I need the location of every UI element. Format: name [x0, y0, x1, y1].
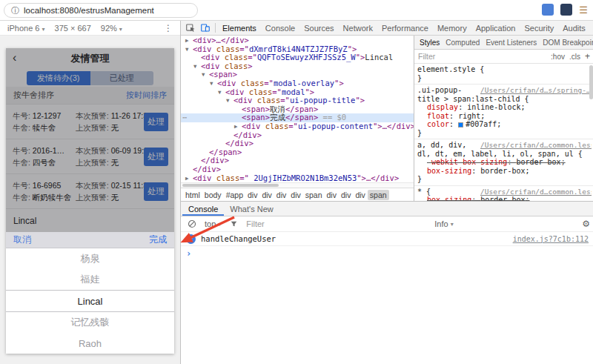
console-panel: ConsoleWhat's New top ▾ Info ▾ ⚙ 2 handl… [181, 201, 593, 364]
breadcrumb-item[interactable]: html [183, 190, 202, 200]
stylesheet-link[interactable]: /Users/crifan/d…s/spring-…:191 [480, 86, 592, 95]
zoom-select[interactable]: 92% ▾ [101, 24, 122, 33]
css-property[interactable]: float: right; [417, 112, 592, 121]
vertical-scrollbar[interactable] [589, 65, 593, 99]
browser-actions: ☰ [542, 4, 588, 16]
console-settings-icon[interactable]: ⚙ [582, 219, 590, 229]
breadcrumb: htmlbody#appdivdivdivdivspandivdivdivspa… [181, 188, 414, 201]
breadcrumb-item[interactable]: div [339, 190, 353, 200]
clear-console-icon[interactable] [185, 217, 199, 231]
css-property[interactable]: -webkit-box-sizing: border-box; [417, 158, 592, 167]
picker-option[interactable]: 杨泉 [6, 248, 174, 269]
picker-modal: 取消 完成 杨泉福娃Lincal记忆残骸Raoh [6, 232, 174, 354]
picker-done-button[interactable]: 完成 [149, 234, 167, 246]
element-style-selector[interactable]: element.style [417, 65, 475, 73]
tree-node[interactable]: ▶<div class="_2UgjIHZbMRO2N1Bm32eN53">…<… [181, 174, 414, 183]
twisty-icon[interactable]: ▼ [210, 79, 217, 88]
inspect-icon[interactable] [183, 21, 198, 35]
styles-tab-computed[interactable]: Computed [443, 39, 483, 47]
twisty-icon[interactable]: ▶ [185, 174, 193, 183]
stylesheet-link[interactable]: /Users/crifan/d…common.less:90 [480, 141, 592, 150]
log-message: handleChangeUser [201, 234, 513, 243]
device-toggle-icon[interactable] [198, 21, 213, 35]
styles-tabs: StylesComputedEvent ListenersDOM Breakpo… [414, 36, 593, 50]
style-rule: /Users/crifan/d…common.less:15* {box-siz… [414, 186, 593, 202]
stylesheet-link[interactable]: /Users/crifan/d…common.less:15 [480, 188, 592, 196]
modal-overlay[interactable] [6, 48, 174, 232]
twisty-icon[interactable]: ▼ [202, 70, 209, 79]
horizontal-scrollbar[interactable] [181, 182, 414, 188]
breadcrumb-item[interactable]: span [303, 190, 325, 200]
extension-blue-icon[interactable] [542, 4, 554, 16]
console-tab-what-s-new[interactable]: What's New [224, 202, 279, 216]
picker-option[interactable]: 记忆残骸 [6, 312, 174, 333]
twisty-icon[interactable]: ▼ [185, 45, 193, 54]
source-link[interactable]: index.js?7c1b:112 [513, 235, 589, 243]
breadcrumb-item[interactable]: div [274, 190, 288, 200]
browser-menu-icon[interactable]: ☰ [579, 5, 588, 15]
page-info-icon[interactable]: ⓘ [11, 7, 19, 15]
tab-security[interactable]: Security [520, 21, 558, 35]
breadcrumb-item[interactable]: div [245, 190, 259, 200]
tree-node[interactable]: ▶<div class="ui-popup-content">…</div> [181, 122, 414, 131]
execution-context-select[interactable]: top ▾ [205, 219, 221, 228]
breadcrumb-item[interactable]: #app [224, 190, 245, 200]
twisty-icon[interactable]: ▼ [218, 88, 225, 97]
elements-panel: ▶<div>…</div>▼<div class="dXmrdT8ki4N4TZ… [181, 36, 414, 201]
css-property[interactable]: display: inline-block; [417, 103, 592, 112]
tab-elements[interactable]: Elements [218, 21, 261, 35]
extension-dark-icon[interactable] [560, 4, 572, 16]
log-level-select[interactable]: Info ▾ [434, 219, 453, 228]
styles-filter-bar: :hov .cls + [414, 50, 593, 64]
breadcrumb-item[interactable]: div [288, 190, 302, 200]
divider [215, 23, 216, 33]
picker-option[interactable]: Raoh [6, 333, 174, 354]
address-bar[interactable]: ⓘ localhost:8080/estrusManagement [4, 3, 198, 18]
twisty-icon[interactable]: ▶ [185, 36, 193, 45]
tab-application[interactable]: Application [471, 21, 520, 35]
chevron-down-icon: ▾ [218, 221, 221, 228]
breadcrumb-item[interactable]: div [353, 190, 367, 200]
styles-tab-styles[interactable]: Styles [417, 39, 443, 47]
elements-tree: ▶<div>…</div>▼<div class="dXmrdT8ki4N4TZ… [181, 36, 414, 182]
breadcrumb-item[interactable]: div [259, 190, 274, 200]
twisty-icon[interactable]: ▼ [226, 96, 233, 105]
tab-audits[interactable]: Audits [558, 21, 590, 35]
scrollbar-thumb[interactable] [182, 184, 279, 187]
hov-toggle[interactable]: :hov [551, 53, 565, 61]
tree-node[interactable]: </div> [181, 131, 414, 140]
styles-filter-input[interactable] [418, 52, 551, 61]
tab-network[interactable]: Network [339, 21, 377, 35]
color-swatch[interactable] [458, 122, 463, 128]
cls-toggle[interactable]: .cls [569, 53, 580, 61]
picker-cancel-button[interactable]: 取消 [13, 234, 31, 246]
tab-performance[interactable]: Performance [377, 21, 433, 35]
styles-tab-event-listeners[interactable]: Event Listeners [483, 39, 540, 47]
node-menu-icon[interactable]: ⋯ [182, 113, 186, 122]
console-prompt[interactable]: › [181, 246, 593, 261]
device-toolbar: iPhone 6 ▾ 375 × 667 92% ▾ ⋮ [0, 21, 180, 36]
console-filter-input[interactable] [246, 219, 383, 228]
device-select[interactable]: iPhone 6 ▾ [7, 24, 45, 33]
style-rule: /Users/crifan/d…common.less:90a, dd, div… [414, 139, 593, 186]
twisty-icon[interactable]: ▼ [193, 62, 201, 71]
tab-sources[interactable]: Sources [299, 21, 338, 35]
picker-option[interactable]: Lincal [6, 290, 174, 312]
tab-memory[interactable]: Memory [433, 21, 471, 35]
device-toolbar-menu-icon[interactable]: ⋮ [164, 23, 173, 33]
style-rules: /Users/crifan/d…s/spring-…:191.ui-popup-… [414, 85, 593, 201]
css-property[interactable]: box-sizing: border-box; [417, 167, 592, 176]
styles-tab-dom-breakpoints[interactable]: DOM Breakpoints [540, 39, 593, 47]
css-property[interactable]: color: #007aff; [417, 120, 592, 129]
css-property[interactable]: box-sizing: border-box; [417, 196, 592, 201]
devtools-tabbar: ElementsConsoleSourcesNetworkPerformance… [181, 21, 593, 36]
device-dimensions: 375 × 667 [55, 24, 91, 33]
new-style-rule-button[interactable]: + [585, 51, 590, 62]
console-tab-console[interactable]: Console [182, 202, 224, 216]
picker-option[interactable]: 福娃 [6, 269, 174, 290]
tab-console[interactable]: Console [261, 21, 299, 35]
devtools: ElementsConsoleSourcesNetworkPerformance… [180, 21, 593, 364]
breadcrumb-item[interactable]: div [325, 190, 339, 200]
breadcrumb-item[interactable]: span [368, 190, 389, 200]
breadcrumb-item[interactable]: body [202, 190, 224, 200]
